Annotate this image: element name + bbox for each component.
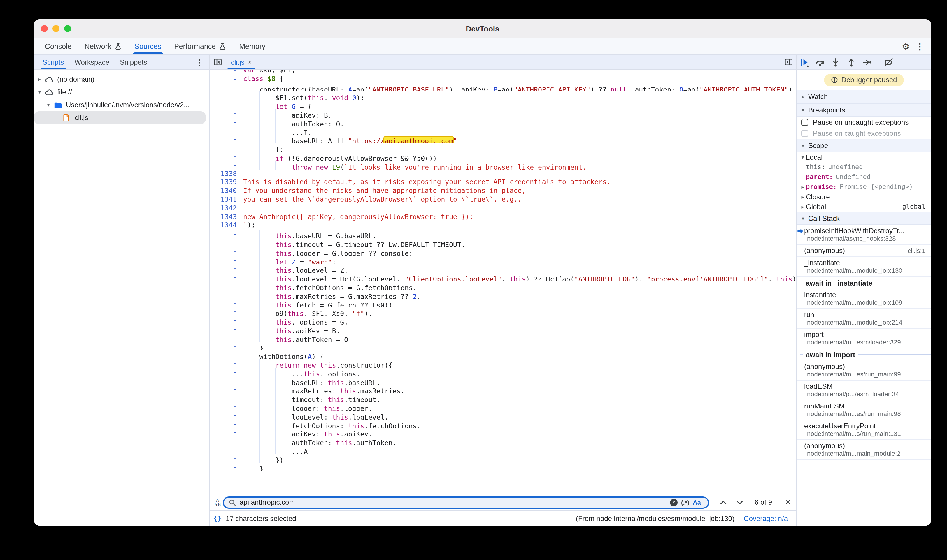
code-line[interactable]: -}) [210, 454, 796, 463]
code-line[interactable]: -throw new L9(`It looks like you're runn… [210, 161, 796, 169]
scope-group-local[interactable]: ▾Local [797, 152, 931, 162]
match-case-toggle[interactable]: Aa [693, 499, 701, 506]
line-gutter[interactable]: - [210, 394, 243, 402]
tree-item-users-jinhuilee-nvm-versions-node-v2-[interactable]: ▾Users/jinhuilee/.nvm/versions/node/v2..… [34, 98, 209, 111]
line-gutter[interactable]: - [210, 229, 243, 238]
code-line[interactable]: -...A [210, 445, 796, 454]
code-line[interactable]: -o9(this, $F1, Xs0, "f"), [210, 308, 796, 316]
line-gutter[interactable]: - [210, 376, 243, 385]
chevron-down-icon[interactable]: ▾ [799, 154, 806, 160]
settings-gear-icon[interactable]: ⚙ [902, 42, 910, 51]
callstack-frame[interactable]: loadESMnode:internal/p.../esm_loader:34 [797, 380, 931, 400]
line-gutter[interactable]: - [210, 143, 243, 152]
code-line[interactable]: -} [210, 342, 796, 351]
chevron-right-icon[interactable]: ▸ [799, 194, 806, 200]
scope-group-closure[interactable]: ▸Closure [797, 192, 931, 202]
code-line[interactable]: -this.logLevel = Z, [210, 264, 796, 273]
code-line[interactable]: -this.logger = G.logger ?? console; [210, 247, 796, 255]
editor-tab-cli-js[interactable]: cli.js × [225, 55, 257, 69]
line-gutter[interactable]: - [210, 428, 243, 437]
navigator-more-kebab-icon[interactable]: ⋮ [190, 55, 209, 69]
code-line[interactable]: -withOptions(A) { [210, 351, 796, 359]
navigator-tab-scripts[interactable]: Scripts [37, 55, 69, 69]
line-gutter[interactable]: - [210, 298, 243, 308]
line-gutter[interactable]: - [210, 118, 243, 126]
line-gutter[interactable]: 1341 [210, 195, 243, 204]
line-gutter[interactable]: - [210, 316, 243, 325]
code-line[interactable]: -maxRetries: this.maxRetries, [210, 385, 796, 394]
code-line[interactable]: -class $8 { [210, 75, 796, 83]
code-line[interactable]: -fetchOptions: this.fetchOptions, [210, 419, 796, 428]
code-line[interactable]: -...I, [210, 126, 796, 135]
more-options-kebab-icon[interactable]: ⋮ [916, 42, 924, 51]
line-gutter[interactable]: - [210, 445, 243, 454]
breakpoint-option[interactable]: Pause on uncaught exceptions [797, 117, 931, 128]
line-gutter[interactable]: - [210, 238, 243, 247]
step-into-icon[interactable] [831, 57, 840, 67]
tree-item--no-domain-[interactable]: ▸(no domain) [34, 73, 209, 86]
find-query-text[interactable]: api.anthropic.com [240, 498, 666, 506]
line-gutter[interactable]: - [210, 255, 243, 264]
coverage-link[interactable]: Coverage: n/a [744, 514, 788, 522]
callstack-frame[interactable]: importnode:internal/m...esm/loader:329 [797, 329, 931, 348]
line-gutter[interactable]: - [210, 135, 243, 144]
tab-memory[interactable]: Memory [233, 38, 272, 54]
line-gutter[interactable]: 1343 [210, 212, 243, 221]
line-gutter[interactable]: 1338 [210, 169, 243, 178]
line-gutter[interactable]: - [210, 70, 243, 75]
close-tab-icon[interactable]: × [248, 59, 251, 65]
close-window-button[interactable] [41, 25, 48, 32]
line-gutter[interactable]: - [210, 325, 243, 333]
code-line[interactable]: -this._options = G, [210, 316, 796, 325]
line-gutter[interactable]: 1340 [210, 186, 243, 195]
chevron-down-icon[interactable]: ▾ [45, 102, 52, 108]
minimize-window-button[interactable] [52, 25, 60, 32]
clear-search-icon[interactable]: × [670, 498, 678, 506]
line-gutter[interactable]: - [210, 109, 243, 118]
callstack-frame[interactable]: _instantiatenode:internal/m...module_job… [797, 257, 931, 277]
line-gutter[interactable]: - [210, 247, 243, 255]
code-line[interactable]: -if (!G.dangerouslyAllowBrowser && Ys0()… [210, 152, 796, 161]
breakpoint-option[interactable]: Pause on caught exceptions [797, 128, 931, 139]
code-line[interactable]: 1339This is disabled by default, as it r… [210, 178, 796, 187]
line-gutter[interactable]: 1344 [210, 221, 243, 230]
find-previous-icon[interactable] [717, 497, 729, 508]
checkbox[interactable] [801, 118, 808, 126]
callstack-frame[interactable]: (anonymous)cli.js:1 [797, 245, 931, 257]
code-line[interactable]: -this.authToken = Q [210, 333, 796, 342]
code-line[interactable]: -authToken: this.authToken, [210, 437, 796, 446]
code-line[interactable]: -var Xs0, $F1; [210, 70, 796, 75]
tab-sources[interactable]: Sources [128, 38, 168, 54]
line-gutter[interactable]: 1339 [210, 178, 243, 187]
line-gutter[interactable]: - [210, 462, 243, 471]
navigator-tab-workspace[interactable]: Workspace [69, 55, 114, 69]
chevron-right-icon[interactable]: ▸ [799, 204, 806, 209]
code-line[interactable]: -this.maxRetries = G.maxRetries ?? 2, [210, 290, 796, 298]
callstack-frame[interactable]: (anonymous)node:internal/m...es/run_main… [797, 361, 931, 380]
zoom-window-button[interactable] [64, 25, 71, 32]
line-gutter[interactable]: - [210, 437, 243, 446]
code-line[interactable]: -apiKey: this.apiKey, [210, 428, 796, 437]
line-gutter[interactable]: - [210, 100, 243, 109]
code-line[interactable]: -let Z = "warn"; [210, 255, 796, 264]
code-line[interactable]: -baseURL: A || "https://api.anthropic.co… [210, 135, 796, 144]
callstack-frame[interactable]: runMainESMnode:internal/m...es/run_main:… [797, 400, 931, 420]
code-line[interactable]: 1342 [210, 204, 796, 213]
callstack-frame[interactable]: executeUserEntryPointnode:internal/m...s… [797, 420, 931, 440]
line-gutter[interactable]: - [210, 92, 243, 100]
code-line[interactable]: 1343new Anthropic({ apiKey, dangerouslyA… [210, 212, 796, 221]
callstack-frame[interactable]: (anonymous)node:internal/m...main_module… [797, 440, 931, 460]
deactivate-breakpoints-icon[interactable] [884, 57, 893, 67]
resume-script-icon[interactable] [799, 57, 809, 67]
mapped-from-link[interactable]: node:internal/modules/esm/module_job:130 [597, 514, 733, 522]
line-gutter[interactable]: - [210, 342, 243, 351]
code-line[interactable]: -timeout: this.timeout, [210, 394, 796, 402]
code-line[interactable]: -authToken: Q, [210, 118, 796, 126]
tab-network[interactable]: Network [78, 38, 128, 54]
callstack-section-header[interactable]: ▾ Call Stack [797, 212, 931, 225]
code-line[interactable]: -let G = { [210, 100, 796, 109]
line-gutter[interactable]: - [210, 273, 243, 282]
code-line[interactable]: -logLevel: this.logLevel, [210, 411, 796, 420]
line-gutter[interactable]: - [210, 333, 243, 342]
code-line[interactable]: -this.fetchOptions = G.fetchOptions, [210, 282, 796, 290]
